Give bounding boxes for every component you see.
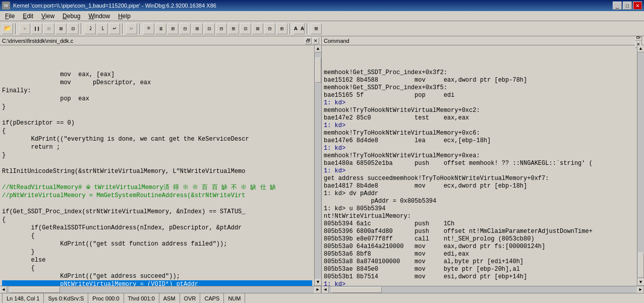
toolbar-btn-8[interactable]: ↩ <box>109 23 120 34</box>
command-line-15: get address succeedmemhook!TryToHookNtWr… <box>324 175 635 183</box>
menu-window[interactable]: Window <box>84 11 114 21</box>
status-proc: Proc 000:0 <box>88 293 124 303</box>
command-panel: Command 🗗 ✕ memhook!Get_SSDT_Proc_index+… <box>322 36 644 293</box>
command-line-24: 805b53a0 64a164a210000 mov eax,dword ptr… <box>324 243 635 251</box>
source-line-12: RtlInitUnicodeString(&strNtWriteVirtualM… <box>2 167 312 175</box>
command-line-21: 805b5394 6a1c push 1Ch <box>324 220 635 228</box>
toolbar-btn-14[interactable]: ⊡ <box>204 23 215 34</box>
menu-file[interactable]: File <box>1 11 19 21</box>
menu-edit[interactable]: Edit <box>19 11 37 21</box>
menu-view[interactable]: View <box>37 11 58 21</box>
toolbar-btn-17[interactable]: ⊡ <box>240 23 251 34</box>
source-line-13 <box>2 175 312 184</box>
command-hscroll-track[interactable] <box>329 286 637 293</box>
source-line-5 <box>2 111 312 119</box>
source-line-21: KdPrint(("get ssdt function address fail… <box>2 240 312 248</box>
command-hscrollbar: ◄ ► <box>322 286 644 293</box>
close-button[interactable]: ✕ <box>633 2 642 10</box>
source-scroll-thumb[interactable] <box>315 57 321 83</box>
toolbar-btn-2[interactable]: ❙❙ <box>31 23 42 34</box>
command-hscroll-thumb[interactable] <box>331 287 382 293</box>
toolbar-separator-6 <box>307 23 309 34</box>
source-line-6: if(pDescriptor == 0) <box>2 119 312 127</box>
toolbar-btn-16[interactable]: ⊞ <box>228 23 239 34</box>
command-line-17: 1: kd> dv pAddr <box>324 190 635 198</box>
toolbar-separator-5 <box>289 23 291 34</box>
source-scroll-down[interactable]: ▼ <box>315 279 322 286</box>
source-line-20: { <box>2 232 312 240</box>
source-line-14: //NtReadVirtualMemory# ※ tWriteVirtualMe… <box>2 184 312 192</box>
source-vscrollbar[interactable]: ▲ ▼ <box>314 45 321 286</box>
command-scroll-up[interactable]: ▲ <box>637 45 645 52</box>
source-hscroll-track[interactable] <box>7 286 314 293</box>
toolbar-grid-button[interactable]: ⊞ <box>311 23 322 34</box>
window-title: Kernel 'com:port=\\.\pipe\com_1,baud=115… <box>13 3 216 9</box>
status-ovr: OVR <box>180 293 201 303</box>
command-line-28: 805b53b1 8b7514 mov esi,dword ptr [ebp+1… <box>324 273 635 281</box>
command-line-26: 805b53a8 8a8740100000 mov al,byte ptr [e… <box>324 258 635 266</box>
toolbar-btn-6[interactable]: ⤸ <box>85 23 96 34</box>
source-line-2: Finally: <box>2 87 312 95</box>
maximize-button[interactable]: □ <box>623 2 632 10</box>
command-line-25: 805b53a6 8bf8 mov edi,eax <box>324 251 635 258</box>
command-line-19: 1: kd> u 805b5394 <box>324 205 635 213</box>
command-line-10: bae147e6 8d4de8 lea ecx,[ebp-18h] <box>324 137 635 145</box>
source-line-17: if(Get_SSDT_Proc_index(strNtWriteVirtual… <box>2 208 312 216</box>
command-hscroll-left[interactable]: ◄ <box>322 286 329 293</box>
command-vscrollbar[interactable]: ▲ ▼ <box>637 45 644 286</box>
command-line-5: 1: kd> <box>324 99 635 107</box>
command-panel-title: Command <box>324 38 349 44</box>
toolbar-separator-2 <box>81 23 83 34</box>
command-line-12: memhook!TryToHookNtWriteVirtualMemory+0x… <box>324 152 635 160</box>
minimize-button[interactable]: _ <box>613 2 622 10</box>
command-scroll-thumb[interactable] <box>638 253 644 278</box>
source-scroll-up[interactable]: ▲ <box>315 45 322 52</box>
status-thrd: Thrd 001:0 <box>124 293 159 303</box>
toolbar-btn-9[interactable]: ≡ <box>143 23 154 34</box>
toolbar-btn-19[interactable]: ⊟ <box>264 23 275 34</box>
menu-help[interactable]: Help <box>114 11 135 21</box>
source-panel-close[interactable]: ✕ <box>312 37 319 44</box>
source-panel: C:\drivers\firstddk\mini_ddk.c 🗗 ✕ mov e… <box>0 36 322 293</box>
source-line-16 <box>2 200 312 208</box>
toolbar-btn-3[interactable]: ⊞ <box>43 23 54 34</box>
source-panel-restore[interactable]: 🗗 <box>305 37 312 44</box>
toolbar-btn-11[interactable]: ⊞ <box>167 23 179 34</box>
source-hscroll-right[interactable]: ► <box>314 286 321 293</box>
command-text: memhook!Get_SSDT_Proc_index+0x3f2:bae151… <box>322 45 637 286</box>
command-scroll-track[interactable] <box>637 52 645 279</box>
toolbar-btn-20[interactable]: ⊞ <box>276 23 287 34</box>
toolbar-btn-5[interactable]: ⊡ <box>68 23 79 34</box>
toolbar-btn-12[interactable]: ⊟ <box>180 23 191 34</box>
source-line-8: KdPrint(("everything is done, we cant ge… <box>2 135 312 143</box>
command-scroll-down[interactable]: ▼ <box>637 279 645 286</box>
toolbar-btn-7[interactable]: ⤹ <box>97 23 108 34</box>
toolbar-btn-1[interactable]: ✕ <box>19 23 30 34</box>
command-hscroll-right[interactable]: ► <box>637 286 644 293</box>
toolbar-btn-4[interactable]: ⊠ <box>55 23 67 34</box>
toolbar-btn-15[interactable]: ⊟ <box>216 23 227 34</box>
toolbar-run-button[interactable]: ⊳ <box>126 23 137 34</box>
source-line-22: } <box>2 248 312 256</box>
toolbar-btn-13[interactable]: ⊠ <box>192 23 203 34</box>
command-line-6: memhook!TryToHookNtWriteVirtualMemory+0x… <box>324 107 635 114</box>
status-bar: Ln 148, Col 1 Sys 0:KdSrv:S Proc 000:0 T… <box>0 293 644 303</box>
source-text: mov eax, [eax] mov pDescriptor, eaxFinal… <box>0 45 314 286</box>
menu-debug[interactable]: Debug <box>58 11 84 21</box>
command-line-1: memhook!Get_SSDT_Proc_index+0x3f2: <box>324 69 635 77</box>
source-scroll-track[interactable] <box>315 52 322 279</box>
command-line-4: bae15165 5f pop edi <box>324 92 635 99</box>
command-line-27: 805b53ae 8845e0 mov byte ptr [ebp-20h],a… <box>324 266 635 273</box>
source-text-area: mov eax, [eax] mov pDescriptor, eaxFinal… <box>0 45 321 286</box>
toolbar-btn-10[interactable]: ≣ <box>155 23 166 34</box>
source-line-24: { <box>2 264 312 272</box>
source-hscroll-left[interactable]: ◄ <box>0 286 7 293</box>
source-line-25: KdPrint(("get address succeed")); <box>2 272 312 280</box>
toolbar-font-button[interactable]: A A <box>294 23 305 34</box>
app-icon: W <box>2 2 10 10</box>
toolbar-btn-18[interactable]: ⊠ <box>252 23 263 34</box>
source-line-10: } <box>2 151 312 159</box>
source-hscroll-thumb[interactable] <box>10 287 60 293</box>
toolbar-open-button[interactable]: 📂 <box>2 23 13 34</box>
command-panel-restore[interactable]: 🗗 <box>635 36 642 41</box>
